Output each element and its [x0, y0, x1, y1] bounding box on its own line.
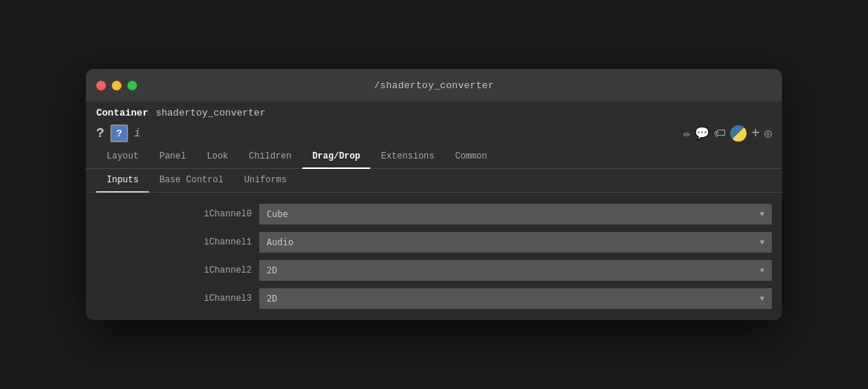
tag-icon[interactable]: 🏷: [714, 127, 726, 141]
channel-row-3: iChannel3 Cube Audio 2D 3D None: [86, 285, 782, 313]
tab-extensions[interactable]: Extensions: [370, 145, 444, 169]
speech-bubble-icon[interactable]: 💬: [695, 126, 710, 141]
pencil-icon[interactable]: ✏️: [684, 126, 691, 141]
container-row: Container shadertoy_converter: [86, 102, 782, 122]
title-bar: /shadertoy_converter: [86, 69, 782, 102]
minimize-button[interactable]: [112, 81, 121, 90]
python-icon[interactable]: [730, 125, 747, 142]
icons-row: ? i ✏️ 💬 🏷 + ◎: [86, 122, 782, 145]
content-area: iChannel0 Cube Audio 2D 3D None iChannel…: [86, 193, 782, 320]
channel-select-2[interactable]: Cube Audio 2D 3D None: [259, 260, 772, 281]
tab-look[interactable]: Look: [196, 145, 238, 169]
plus-icon[interactable]: +: [751, 125, 760, 142]
icons-left: ? i: [96, 124, 141, 142]
channel-select-wrapper-1: Cube Audio 2D 3D None: [259, 232, 772, 253]
channel-row-2: iChannel2 Cube Audio 2D 3D None: [86, 256, 782, 285]
channel-label-1: iChannel1: [96, 237, 259, 247]
tab-dragdrop[interactable]: Drag/Drop: [302, 145, 371, 169]
question-mark-icon[interactable]: ?: [96, 126, 104, 141]
channel-row-0: iChannel0 Cube Audio 2D 3D None: [86, 200, 782, 228]
maximize-button[interactable]: [127, 81, 137, 90]
sub-tab-uniforms[interactable]: Uniforms: [234, 169, 298, 193]
tab-layout[interactable]: Layout: [96, 145, 149, 169]
channel-select-0[interactable]: Cube Audio 2D 3D None: [259, 204, 772, 225]
channel-select-1[interactable]: Cube Audio 2D 3D None: [259, 232, 772, 253]
channel-row-1: iChannel1 Cube Audio 2D 3D None: [86, 228, 782, 256]
container-name: shadertoy_converter: [156, 107, 265, 119]
channel-select-3[interactable]: Cube Audio 2D 3D None: [259, 288, 772, 309]
channel-label-3: iChannel3: [96, 293, 259, 304]
tab-children[interactable]: Children: [238, 145, 302, 169]
tabs-row: Layout Panel Look Children Drag/Drop Ext…: [86, 145, 782, 169]
channel-select-wrapper-0: Cube Audio 2D 3D None: [259, 204, 772, 225]
question-box-icon[interactable]: [110, 124, 128, 142]
window-controls: [96, 81, 137, 90]
sub-tab-inputs[interactable]: Inputs: [96, 169, 149, 193]
channel-label-2: iChannel2: [96, 265, 259, 276]
sub-tabs-row: Inputs Base Control Uniforms: [86, 169, 782, 193]
tab-panel[interactable]: Panel: [149, 145, 196, 169]
icons-right: ✏️ 💬 🏷 + ◎: [684, 125, 772, 142]
container-label: Container: [96, 107, 148, 119]
channel-select-wrapper-3: Cube Audio 2D 3D None: [259, 288, 772, 309]
info-icon[interactable]: i: [134, 127, 141, 140]
window-title: /shadertoy_converter: [374, 80, 494, 91]
window: /shadertoy_converter Container shadertoy…: [86, 69, 782, 320]
close-button[interactable]: [96, 81, 106, 90]
channel-select-wrapper-2: Cube Audio 2D 3D None: [259, 260, 772, 281]
channel-label-0: iChannel0: [96, 209, 259, 219]
tab-common[interactable]: Common: [444, 145, 497, 169]
sub-tab-base-control[interactable]: Base Control: [149, 169, 233, 193]
target-icon[interactable]: ◎: [764, 126, 772, 141]
